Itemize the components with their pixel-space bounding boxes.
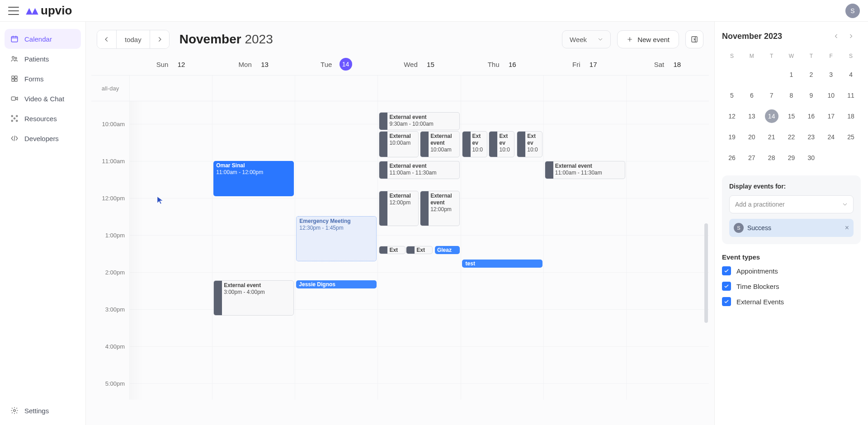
- mini-day[interactable]: 17: [821, 106, 841, 127]
- sidebar-item-settings[interactable]: Settings: [5, 401, 81, 420]
- mini-dow: F: [821, 48, 841, 64]
- mini-day[interactable]: 30: [801, 147, 821, 168]
- mini-day[interactable]: 2: [801, 64, 821, 85]
- day-col-thu[interactable]: Ext ev10:0 Ext ev10:0 Ext ev10:0 test: [461, 101, 543, 400]
- sidebar-item-video-chat[interactable]: Video & Chat: [5, 89, 81, 109]
- event-type-row[interactable]: External Events: [722, 297, 861, 306]
- topbar: ▴▴ upvio S: [0, 0, 868, 22]
- event-wed-12b[interactable]: External event12:00pm: [420, 191, 459, 226]
- day-header-tue[interactable]: Tue 14: [295, 53, 377, 75]
- sidebar-item-developers[interactable]: Developers: [5, 128, 81, 148]
- sidebar-item-resources[interactable]: Resources: [5, 109, 81, 128]
- mini-next-button[interactable]: [848, 30, 861, 42]
- chip-remove-button[interactable]: ×: [845, 224, 849, 232]
- day-header-mon[interactable]: Mon 13: [212, 53, 295, 75]
- event-type-row[interactable]: Appointments: [722, 266, 861, 275]
- collapse-panel-button[interactable]: [685, 30, 703, 48]
- today-button[interactable]: today: [116, 30, 150, 48]
- plus-icon: [627, 36, 633, 42]
- sidebar-item-calendar[interactable]: Calendar: [5, 29, 81, 49]
- mini-day[interactable]: 7: [762, 85, 782, 106]
- mini-prev-button[interactable]: [834, 30, 846, 42]
- mini-day[interactable]: 4: [841, 64, 861, 85]
- event-thu-10c[interactable]: Ext ev10:0: [517, 131, 542, 157]
- event-thu-10b[interactable]: Ext ev10:0: [489, 131, 514, 157]
- day-col-sat[interactable]: [626, 101, 709, 400]
- event-wed-gleaz[interactable]: Gleaz: [435, 246, 460, 254]
- user-avatar[interactable]: S: [845, 4, 860, 18]
- mini-day[interactable]: 27: [742, 147, 762, 168]
- mini-day[interactable]: 16: [801, 106, 821, 127]
- mini-day[interactable]: 14: [762, 106, 782, 127]
- mini-day[interactable]: 1: [782, 64, 802, 85]
- mini-day[interactable]: 28: [762, 147, 782, 168]
- menu-toggle[interactable]: [8, 7, 19, 15]
- mini-day[interactable]: 9: [801, 85, 821, 106]
- event-wed-10a[interactable]: External10:00am: [379, 131, 418, 157]
- practitioner-chip[interactable]: S Success ×: [729, 219, 854, 237]
- event-jessie-dignos[interactable]: Jessie Dignos: [296, 280, 377, 288]
- mini-day[interactable]: 20: [742, 127, 762, 147]
- checkbox[interactable]: [722, 282, 731, 291]
- checkbox[interactable]: [722, 297, 731, 306]
- filter-box: Display events for: Add a practitioner S…: [722, 175, 861, 244]
- day-col-sun[interactable]: [129, 101, 212, 400]
- mini-day[interactable]: 8: [782, 85, 802, 106]
- mini-dow: T: [801, 48, 821, 64]
- event-thu-10a[interactable]: Ext ev10:0: [462, 131, 487, 157]
- mini-day[interactable]: 12: [722, 106, 742, 127]
- event-external-mon[interactable]: External event 3:00pm - 4:00pm: [213, 280, 294, 316]
- mini-day[interactable]: 13: [742, 106, 762, 127]
- mini-day[interactable]: 15: [782, 106, 802, 127]
- day-col-wed[interactable]: External event9:30am - 10:00am External1…: [377, 101, 460, 400]
- mini-day[interactable]: 18: [841, 106, 861, 127]
- mini-day[interactable]: 10: [821, 85, 841, 106]
- sidebar-item-patients[interactable]: Patients: [5, 49, 81, 69]
- mini-day[interactable]: 25: [841, 127, 861, 147]
- mini-day[interactable]: 29: [782, 147, 802, 168]
- day-header-sat[interactable]: Sat 18: [626, 53, 709, 75]
- prev-period-button[interactable]: [97, 30, 116, 48]
- mini-day[interactable]: 26: [722, 147, 742, 168]
- day-header-thu[interactable]: Thu 16: [461, 53, 543, 75]
- event-wed-ext1[interactable]: Ext: [379, 246, 405, 254]
- event-wed-ext2[interactable]: Ext: [406, 246, 432, 254]
- checkbox[interactable]: [722, 266, 731, 275]
- scrollbar[interactable]: [704, 223, 708, 323]
- mini-day[interactable]: 5: [722, 85, 742, 106]
- event-wed-12a[interactable]: External12:00pm: [379, 191, 418, 226]
- mini-day[interactable]: 19: [722, 127, 742, 147]
- event-wed-11[interactable]: External event11:00am - 11:30am: [379, 161, 459, 179]
- hour-label: 11:00am: [102, 158, 125, 165]
- event-wed-10b[interactable]: External event10:00am: [420, 131, 459, 157]
- svg-point-11: [16, 120, 18, 122]
- brand-logo[interactable]: ▴▴ upvio: [26, 4, 72, 18]
- day-header-sun[interactable]: Sun 12: [129, 53, 212, 75]
- event-emergency-meeting[interactable]: Emergency Meeting 12:30pm - 1:45pm: [296, 216, 377, 261]
- day-col-fri[interactable]: External event11:00am - 11:30am: [543, 101, 626, 400]
- sidebar-item-forms[interactable]: Forms: [5, 69, 81, 89]
- mini-day[interactable]: 23: [801, 127, 821, 147]
- mini-day[interactable]: 6: [742, 85, 762, 106]
- day-col-mon[interactable]: Omar Sinal 11:00am - 12:00pm External ev…: [212, 101, 295, 400]
- event-fri-11[interactable]: External event11:00am - 11:30am: [545, 161, 625, 179]
- mini-day[interactable]: 21: [762, 127, 782, 147]
- event-wed-930[interactable]: External event9:30am - 10:00am: [379, 112, 459, 130]
- event-type-row[interactable]: Time Blockers: [722, 282, 861, 291]
- event-omar-sinal[interactable]: Omar Sinal 11:00am - 12:00pm: [213, 161, 294, 196]
- event-thu-test[interactable]: test: [462, 260, 542, 268]
- event-type-label: Appointments: [736, 267, 778, 275]
- next-period-button[interactable]: [150, 30, 169, 48]
- view-select[interactable]: Week: [562, 30, 611, 48]
- mini-day[interactable]: 22: [782, 127, 802, 147]
- practitioner-select[interactable]: Add a practitioner: [729, 195, 854, 213]
- sidebar-item-label: Developers: [24, 135, 59, 142]
- day-header-fri[interactable]: Fri 17: [543, 53, 626, 75]
- new-event-button[interactable]: New event: [617, 30, 679, 48]
- mini-day[interactable]: 24: [821, 127, 841, 147]
- day-header-wed[interactable]: Wed 15: [377, 53, 460, 75]
- mini-calendar[interactable]: SMTWTFS123456789101112131415161718192021…: [722, 48, 861, 168]
- mini-day[interactable]: 3: [821, 64, 841, 85]
- day-col-tue[interactable]: Emergency Meeting 12:30pm - 1:45pm Jessi…: [295, 101, 377, 400]
- mini-day[interactable]: 11: [841, 85, 861, 106]
